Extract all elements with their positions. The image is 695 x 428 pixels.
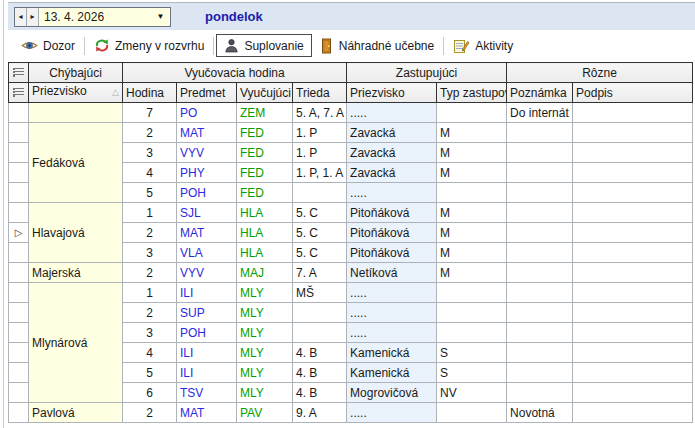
cell-podpis[interactable] <box>573 103 693 123</box>
cell-zastupujuci[interactable]: Netíková <box>347 263 437 283</box>
cell-hodina[interactable]: 4 <box>123 163 177 183</box>
cell-vyucujuci[interactable]: FED <box>237 123 293 143</box>
column-header-5[interactable]: Priezvisko <box>347 83 437 103</box>
cell-hodina[interactable]: 7 <box>123 103 177 123</box>
row-selector[interactable] <box>9 403 29 423</box>
cell-hodina[interactable]: 2 <box>123 263 177 283</box>
row-selector[interactable] <box>9 303 29 323</box>
cell-hodina[interactable]: 2 <box>123 223 177 243</box>
cell-podpis[interactable] <box>573 403 693 423</box>
cell-predmet[interactable]: ILI <box>177 343 237 363</box>
cell-vyucujuci[interactable]: MLY <box>237 283 293 303</box>
cell-podpis[interactable] <box>573 343 693 363</box>
cell-podpis[interactable] <box>573 203 693 223</box>
row-selector[interactable] <box>9 183 29 203</box>
cell-trieda[interactable]: 4. B <box>293 343 347 363</box>
cell-poznamka[interactable] <box>507 143 573 163</box>
row-selector[interactable] <box>9 363 29 383</box>
row-indicator-header[interactable] <box>9 83 29 103</box>
cell-predmet[interactable]: VYV <box>177 143 237 163</box>
cell-poznamka[interactable] <box>507 383 573 403</box>
cell-zastupujuci[interactable]: Kamenická <box>347 343 437 363</box>
cell-hodina[interactable]: 1 <box>123 283 177 303</box>
cell-hodina[interactable]: 2 <box>123 123 177 143</box>
cell-zastupujuci[interactable]: Pitoňáková <box>347 243 437 263</box>
column-header-2[interactable]: Predmet <box>177 83 237 103</box>
tab-dozor[interactable]: Dozor <box>14 36 82 56</box>
row-selector[interactable] <box>9 143 29 163</box>
cell-absent-teacher[interactable]: Fedáková <box>29 123 123 203</box>
date-next-button[interactable]: ▸ <box>27 8 39 26</box>
cell-podpis[interactable] <box>573 283 693 303</box>
cell-typ-zastupovania[interactable]: NV <box>437 383 507 403</box>
row-selector[interactable] <box>9 383 29 403</box>
cell-poznamka[interactable] <box>507 343 573 363</box>
cell-vyucujuci[interactable]: MLY <box>237 363 293 383</box>
date-dropdown-button[interactable]: ▼ <box>151 8 170 26</box>
cell-zastupujuci[interactable]: ..... <box>347 183 437 203</box>
column-header-0[interactable]: Priezvisko△ <box>29 83 123 103</box>
cell-trieda[interactable] <box>293 183 347 203</box>
cell-poznamka[interactable]: Novotná <box>507 403 573 423</box>
cell-podpis[interactable] <box>573 243 693 263</box>
cell-poznamka[interactable]: Do internát <box>507 103 573 123</box>
tab-suplovanie[interactable]: Suplovanie <box>216 34 311 57</box>
cell-predmet[interactable]: MAT <box>177 403 237 423</box>
cell-zastupujuci[interactable]: ..... <box>347 323 437 343</box>
cell-predmet[interactable]: TSV <box>177 383 237 403</box>
cell-vyucujuci[interactable]: MLY <box>237 383 293 403</box>
cell-vyucujuci[interactable]: FED <box>237 163 293 183</box>
cell-poznamka[interactable] <box>507 323 573 343</box>
cell-poznamka[interactable] <box>507 303 573 323</box>
cell-typ-zastupovania[interactable] <box>437 103 507 123</box>
cell-trieda[interactable]: 4. B <box>293 383 347 403</box>
cell-poznamka[interactable] <box>507 243 573 263</box>
row-selector[interactable] <box>9 203 29 223</box>
cell-podpis[interactable] <box>573 223 693 243</box>
cell-zastupujuci[interactable]: Pitoňáková <box>347 203 437 223</box>
row-selector[interactable] <box>9 163 29 183</box>
cell-vyucujuci[interactable]: FED <box>237 183 293 203</box>
cell-podpis[interactable] <box>573 123 693 143</box>
cell-predmet[interactable]: POH <box>177 183 237 203</box>
cell-poznamka[interactable] <box>507 163 573 183</box>
cell-typ-zastupovania[interactable]: M <box>437 263 507 283</box>
column-header-7[interactable]: Poznámka <box>507 83 573 103</box>
cell-hodina[interactable]: 1 <box>123 203 177 223</box>
column-header-4[interactable]: Trieda <box>293 83 347 103</box>
cell-hodina[interactable]: 3 <box>123 243 177 263</box>
row-selector[interactable] <box>9 343 29 363</box>
cell-vyucujuci[interactable]: PAV <box>237 403 293 423</box>
cell-podpis[interactable] <box>573 143 693 163</box>
cell-typ-zastupovania[interactable] <box>437 323 507 343</box>
cell-poznamka[interactable] <box>507 203 573 223</box>
date-field[interactable]: 13. 4. 2026 <box>39 8 151 26</box>
cell-predmet[interactable]: SJL <box>177 203 237 223</box>
cell-podpis[interactable] <box>573 263 693 283</box>
cell-podpis[interactable] <box>573 383 693 403</box>
row-selector[interactable] <box>9 283 29 303</box>
cell-hodina[interactable]: 4 <box>123 343 177 363</box>
cell-absent-teacher[interactable]: Pavlová <box>29 403 123 423</box>
cell-podpis[interactable] <box>573 183 693 203</box>
cell-typ-zastupovania[interactable]: S <box>437 343 507 363</box>
column-header-3[interactable]: Vyučujúci <box>237 83 293 103</box>
cell-predmet[interactable]: MAT <box>177 123 237 143</box>
cell-trieda[interactable]: 5. C <box>293 223 347 243</box>
group-header-vyu-ovacia-hodina[interactable]: Vyučovacia hodina <box>123 63 347 83</box>
cell-trieda[interactable]: 9. A <box>293 403 347 423</box>
cell-poznamka[interactable] <box>507 183 573 203</box>
cell-hodina[interactable]: 2 <box>123 303 177 323</box>
column-header-8[interactable]: Podpis <box>573 83 693 103</box>
cell-trieda[interactable]: 5. C <box>293 203 347 223</box>
cell-podpis[interactable] <box>573 163 693 183</box>
tab-nahradne-ucebne[interactable]: Náhradné učebne <box>312 35 441 57</box>
left-splitter[interactable] <box>0 0 8 428</box>
cell-hodina[interactable]: 5 <box>123 183 177 203</box>
cell-trieda[interactable]: MŠ <box>293 283 347 303</box>
cell-zastupujuci[interactable]: Mogrovičová <box>347 383 437 403</box>
row-selector[interactable] <box>9 323 29 343</box>
date-prev-button[interactable]: ◂ <box>15 8 27 26</box>
cell-vyucujuci[interactable]: MLY <box>237 343 293 363</box>
cell-absent-teacher[interactable] <box>29 103 123 123</box>
